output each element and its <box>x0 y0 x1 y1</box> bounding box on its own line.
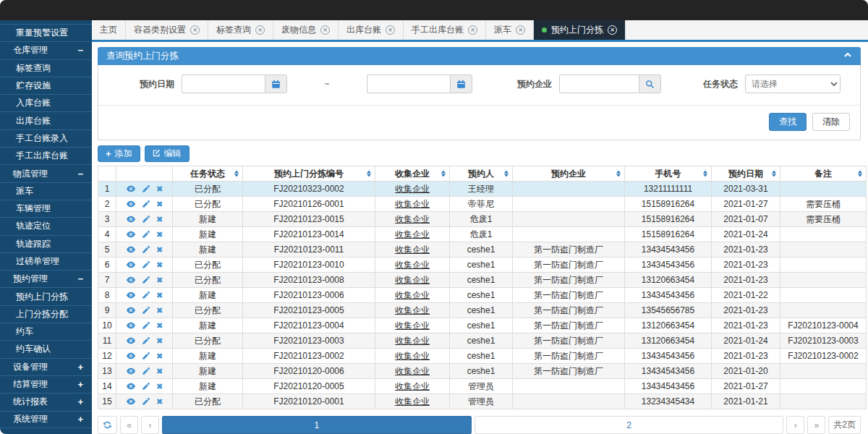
edit-pencil-icon[interactable] <box>142 230 150 239</box>
column-header-5[interactable]: 手机号 <box>625 166 712 182</box>
sidebar-item-vehicle-mgmt[interactable]: 车辆管理 <box>0 200 92 217</box>
delete-x-icon[interactable]: ✖ <box>156 291 163 300</box>
sidebar-item-door-sorting-assign[interactable]: 上门分拣分配 <box>0 305 92 323</box>
tab-close-icon[interactable]: ✕ <box>608 25 617 35</box>
view-eye-icon[interactable] <box>126 306 136 315</box>
sort-icon[interactable] <box>441 171 446 177</box>
edit-pencil-icon[interactable] <box>142 276 150 284</box>
date-from-input[interactable] <box>182 75 265 93</box>
view-eye-icon[interactable] <box>126 260 136 269</box>
table-row[interactable]: 10✖新建FJ20210123-0004收集企业ceshe1第一防盗门制造厂13… <box>98 318 867 333</box>
table-row[interactable]: 9✖已分配FJ20210123-0005收集企业ceshe1第一防盗门制造厂13… <box>98 303 867 318</box>
company-search-button[interactable] <box>639 75 661 93</box>
collector-link[interactable]: 收集企业 <box>395 260 430 270</box>
collapse-minus-icon[interactable]: − <box>77 169 92 179</box>
table-row[interactable]: 15✖已分配FJ20210120-0001收集企业管理员132343454342… <box>98 394 867 409</box>
delete-x-icon[interactable]: ✖ <box>156 321 163 331</box>
sidebar-item-dispatch-vehicle[interactable]: 派车 <box>0 182 92 200</box>
tab-waste-info[interactable]: 废物信息✕ <box>273 20 339 40</box>
panel-collapse-icon[interactable] <box>843 51 852 61</box>
collector-link[interactable]: 收集企业 <box>395 244 430 255</box>
collector-cell[interactable]: 收集企业 <box>375 318 450 333</box>
search-panel-header[interactable]: 查询预约上门分拣 <box>98 47 861 65</box>
collector-cell[interactable]: 收集企业 <box>375 242 450 258</box>
column-header-3[interactable]: 预约人 <box>450 166 513 182</box>
tab-label-query[interactable]: 标签查询✕ <box>208 20 273 40</box>
collector-cell[interactable]: 收集企业 <box>375 333 450 349</box>
sidebar-item-label-query[interactable]: 标签查询 <box>0 59 92 77</box>
sidebar-item-settlement-mgmt[interactable]: 结算管理+ <box>0 375 92 393</box>
edit-pencil-icon[interactable] <box>142 291 150 299</box>
collapse-minus-icon[interactable]: − <box>77 45 92 56</box>
view-eye-icon[interactable] <box>126 291 136 299</box>
collector-link[interactable]: 收集企业 <box>395 396 430 407</box>
view-eye-icon[interactable] <box>126 184 136 193</box>
delete-x-icon[interactable]: ✖ <box>156 367 163 376</box>
collector-cell[interactable]: 收集企业 <box>375 227 450 242</box>
sidebar-item-statistics-report[interactable]: 统计报表+ <box>0 393 92 410</box>
table-row[interactable]: 3✖新建FJ20210123-0015收集企业危废115158916264202… <box>98 212 867 227</box>
sort-icon[interactable] <box>504 171 509 177</box>
date-to-calendar-button[interactable] <box>450 75 472 93</box>
delete-x-icon[interactable]: ✖ <box>156 260 163 270</box>
sidebar-item-inbound-ledger[interactable]: 入库台账 <box>0 94 92 111</box>
sidebar-item-track-location[interactable]: 轨迹定位 <box>0 217 92 234</box>
edit-pencil-icon[interactable] <box>142 336 150 345</box>
column-header-2[interactable]: 收集企业 <box>375 166 450 182</box>
delete-x-icon[interactable]: ✖ <box>156 184 163 194</box>
add-button[interactable]: + 添加 <box>98 145 140 162</box>
tab-manual-outbound-ledger[interactable]: 手工出库台账✕ <box>404 20 486 40</box>
pager-page-2[interactable]: 2 <box>475 416 784 434</box>
edit-pencil-icon[interactable] <box>142 397 150 406</box>
edit-pencil-icon[interactable] <box>142 306 150 315</box>
expand-plus-icon[interactable]: + <box>77 379 92 390</box>
edit-pencil-icon[interactable] <box>142 215 150 224</box>
edit-pencil-icon[interactable] <box>142 367 150 375</box>
delete-x-icon[interactable]: ✖ <box>156 230 163 239</box>
edit-button[interactable]: 编辑 <box>145 145 190 162</box>
delete-x-icon[interactable]: ✖ <box>156 397 163 407</box>
collector-cell[interactable]: 收集企业 <box>375 182 450 197</box>
collector-link[interactable]: 收集企业 <box>395 229 430 239</box>
sidebar-item-manual-ledger-entry[interactable]: 手工台账录入 <box>0 129 92 147</box>
column-header-0[interactable]: 任务状态 <box>173 166 243 182</box>
edit-pencil-icon[interactable] <box>142 321 150 330</box>
sidebar-item-reservation-mgmt[interactable]: 预约管理− <box>0 270 92 287</box>
table-row[interactable]: 7✖已分配FJ20210123-0008收集企业ceshe1第一防盗门制造厂13… <box>98 273 867 288</box>
delete-x-icon[interactable]: ✖ <box>156 306 163 315</box>
column-header-7[interactable]: 备注 <box>780 166 867 182</box>
view-eye-icon[interactable] <box>126 367 136 375</box>
collector-link[interactable]: 收集企业 <box>395 336 430 346</box>
edit-pencil-icon[interactable] <box>142 184 150 193</box>
pager-first-icon[interactable]: « <box>120 416 138 434</box>
date-to-input[interactable] <box>367 75 450 93</box>
view-eye-icon[interactable] <box>126 230 136 239</box>
collector-link[interactable]: 收集企业 <box>395 290 430 300</box>
view-eye-icon[interactable] <box>126 276 136 284</box>
edit-pencil-icon[interactable] <box>142 200 150 208</box>
tab-outbound-ledger[interactable]: 出库台账✕ <box>339 20 404 40</box>
sidebar-item-reservation-door-sorting[interactable]: 预约上门分拣 <box>0 287 92 305</box>
collector-link[interactable]: 收集企业 <box>395 184 430 194</box>
table-row[interactable]: 2✖已分配FJ20210126-0001收集企业帝菲尼1515891626420… <box>98 197 867 212</box>
edit-pencil-icon[interactable] <box>142 245 150 254</box>
sidebar-item-equipment-mgmt[interactable]: 设备管理+ <box>0 358 92 375</box>
sidebar-item-warehouse-mgmt[interactable]: 仓库管理− <box>0 41 92 59</box>
company-input[interactable] <box>559 75 639 93</box>
clear-button[interactable]: 清除 <box>812 113 850 131</box>
delete-x-icon[interactable]: ✖ <box>156 215 163 224</box>
collector-cell[interactable]: 收集企业 <box>375 394 450 409</box>
collector-link[interactable]: 收集企业 <box>395 381 430 391</box>
collector-link[interactable]: 收集企业 <box>395 366 430 376</box>
tab-close-icon[interactable]: ✕ <box>255 25 265 35</box>
sidebar-item-weight-alert-settings[interactable]: 重量预警设置 <box>0 24 92 41</box>
delete-x-icon[interactable]: ✖ <box>156 352 163 361</box>
sort-icon[interactable] <box>858 171 862 177</box>
tab-close-icon[interactable]: ✕ <box>190 25 200 35</box>
table-row[interactable]: 13✖新建FJ20210120-0006收集企业ceshe1第一防盗门制造厂13… <box>98 364 867 379</box>
sidebar-item-storage-facility[interactable]: 贮存设施 <box>0 77 92 94</box>
sidebar-item-system-mgmt[interactable]: 系统管理+ <box>0 411 92 428</box>
collector-cell[interactable]: 收集企业 <box>375 258 450 273</box>
view-eye-icon[interactable] <box>126 200 136 208</box>
view-eye-icon[interactable] <box>126 336 136 345</box>
